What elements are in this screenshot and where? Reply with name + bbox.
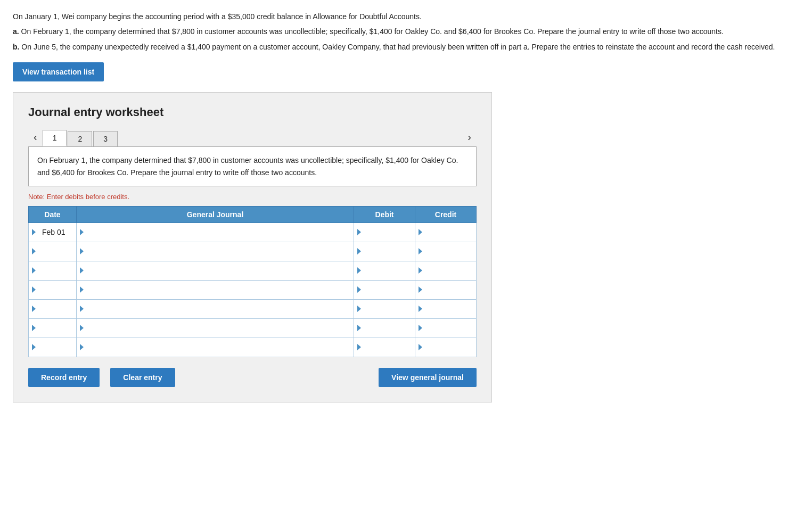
credit-cell bbox=[415, 338, 477, 357]
cell-triangle-icon bbox=[357, 306, 361, 312]
journal-input[interactable] bbox=[86, 338, 350, 357]
debit-input[interactable] bbox=[363, 338, 412, 357]
cell-triangle-icon bbox=[80, 286, 84, 293]
credit-input[interactable] bbox=[424, 223, 473, 242]
date-cell bbox=[29, 318, 77, 338]
cell-triangle-icon bbox=[80, 248, 84, 254]
table-row bbox=[29, 280, 477, 299]
table-row bbox=[29, 338, 477, 357]
date-input[interactable] bbox=[38, 281, 73, 299]
cell-triangle-icon bbox=[357, 248, 361, 254]
date-input[interactable] bbox=[38, 223, 73, 242]
clear-entry-button[interactable]: Clear entry bbox=[110, 368, 175, 387]
credit-input[interactable] bbox=[424, 261, 473, 280]
debit-cell bbox=[354, 242, 415, 261]
debit-cell bbox=[354, 318, 415, 338]
cell-triangle-icon bbox=[357, 286, 361, 293]
cell-triangle-icon bbox=[80, 267, 84, 274]
credit-input[interactable] bbox=[424, 300, 473, 318]
journal-input[interactable] bbox=[86, 223, 350, 242]
debit-input[interactable] bbox=[363, 300, 412, 318]
col-header-debit: Debit bbox=[354, 206, 415, 223]
debit-input[interactable] bbox=[363, 319, 412, 338]
debit-cell bbox=[354, 280, 415, 299]
table-row bbox=[29, 242, 477, 261]
date-input[interactable] bbox=[38, 261, 73, 280]
credit-cell bbox=[415, 299, 477, 318]
date-input[interactable] bbox=[38, 319, 73, 338]
journal-input[interactable] bbox=[86, 281, 350, 299]
debit-cell bbox=[354, 299, 415, 318]
journal-input[interactable] bbox=[86, 300, 350, 318]
cell-triangle-icon bbox=[357, 267, 361, 274]
journal-input[interactable] bbox=[86, 242, 350, 261]
cell-triangle-icon bbox=[32, 286, 36, 293]
cell-triangle-icon bbox=[419, 344, 422, 350]
tab-3[interactable]: 3 bbox=[93, 131, 118, 146]
credit-input[interactable] bbox=[424, 281, 473, 299]
cell-triangle-icon bbox=[419, 306, 422, 312]
worksheet-container: Journal entry worksheet ‹ 1 2 3 › On Feb… bbox=[13, 92, 492, 402]
cell-triangle-icon bbox=[357, 344, 361, 350]
date-cell bbox=[29, 223, 77, 242]
tab-1[interactable]: 1 bbox=[43, 130, 67, 146]
debit-input[interactable] bbox=[363, 261, 412, 280]
part-a-label: a. bbox=[13, 27, 19, 36]
cell-triangle-icon bbox=[419, 248, 422, 254]
debit-input[interactable] bbox=[363, 281, 412, 299]
table-row bbox=[29, 299, 477, 318]
tabs-row: ‹ 1 2 3 › bbox=[28, 128, 477, 146]
cell-triangle-icon bbox=[32, 267, 36, 274]
table-row bbox=[29, 261, 477, 280]
cell-triangle-icon bbox=[357, 325, 361, 331]
prev-tab-button[interactable]: ‹ bbox=[28, 128, 43, 146]
date-cell bbox=[29, 261, 77, 280]
debit-cell bbox=[354, 338, 415, 357]
opening-text: On January 1, Wei company begins the acc… bbox=[13, 11, 799, 22]
date-input[interactable] bbox=[38, 300, 73, 318]
date-input[interactable] bbox=[38, 338, 73, 357]
debit-input[interactable] bbox=[363, 223, 412, 242]
view-general-journal-button[interactable]: View general journal bbox=[379, 368, 477, 387]
credit-input[interactable] bbox=[424, 242, 473, 261]
next-tab-button[interactable]: › bbox=[462, 128, 477, 146]
credit-cell bbox=[415, 242, 477, 261]
credit-input[interactable] bbox=[424, 338, 473, 357]
journal-input[interactable] bbox=[86, 261, 350, 280]
cell-triangle-icon bbox=[357, 229, 361, 235]
table-row bbox=[29, 223, 477, 242]
journal-input[interactable] bbox=[86, 319, 350, 338]
scenario-box: On February 1, the company determined th… bbox=[28, 146, 477, 186]
buttons-row: Record entry Clear entry View general jo… bbox=[28, 368, 477, 387]
cell-triangle-icon bbox=[32, 344, 36, 350]
journal-table: Date General Journal Debit Credit bbox=[28, 206, 477, 357]
credit-input[interactable] bbox=[424, 319, 473, 338]
credit-cell bbox=[415, 318, 477, 338]
journal-cell bbox=[77, 338, 354, 357]
journal-cell bbox=[77, 280, 354, 299]
debit-input[interactable] bbox=[363, 242, 412, 261]
cell-triangle-icon bbox=[32, 325, 36, 331]
debit-cell bbox=[354, 261, 415, 280]
cell-triangle-icon bbox=[80, 325, 84, 331]
journal-cell bbox=[77, 242, 354, 261]
cell-triangle-icon bbox=[32, 306, 36, 312]
credit-cell bbox=[415, 261, 477, 280]
cell-triangle-icon bbox=[419, 286, 422, 293]
record-entry-button[interactable]: Record entry bbox=[28, 368, 100, 387]
date-cell bbox=[29, 242, 77, 261]
date-input[interactable] bbox=[38, 242, 73, 261]
cell-triangle-icon bbox=[419, 267, 422, 274]
col-header-journal: General Journal bbox=[77, 206, 354, 223]
date-cell bbox=[29, 280, 77, 299]
view-transaction-button[interactable]: View transaction list bbox=[13, 62, 104, 81]
date-cell bbox=[29, 299, 77, 318]
credit-cell bbox=[415, 280, 477, 299]
tab-2[interactable]: 2 bbox=[68, 131, 92, 146]
debit-cell bbox=[354, 223, 415, 242]
cell-triangle-icon bbox=[419, 325, 422, 331]
note-text: Note: Enter debits before credits. bbox=[28, 193, 477, 201]
worksheet-title: Journal entry worksheet bbox=[28, 105, 477, 119]
cell-triangle-icon bbox=[80, 229, 84, 235]
intro-section: On January 1, Wei company begins the acc… bbox=[13, 11, 799, 53]
